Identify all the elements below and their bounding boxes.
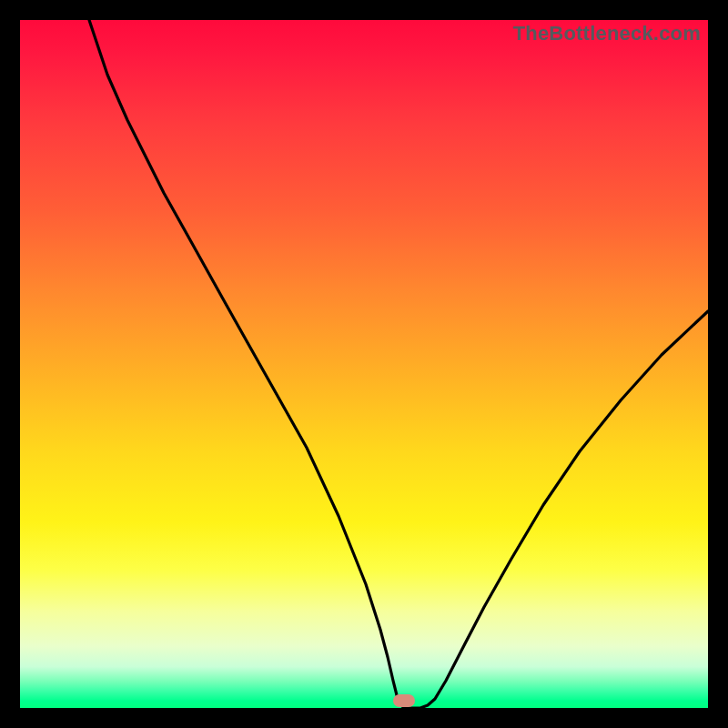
chart-frame: TheBottleneck.com xyxy=(0,0,728,728)
bottleneck-curve xyxy=(20,20,708,708)
optimal-marker xyxy=(393,694,415,707)
plot-area: TheBottleneck.com xyxy=(20,20,708,708)
